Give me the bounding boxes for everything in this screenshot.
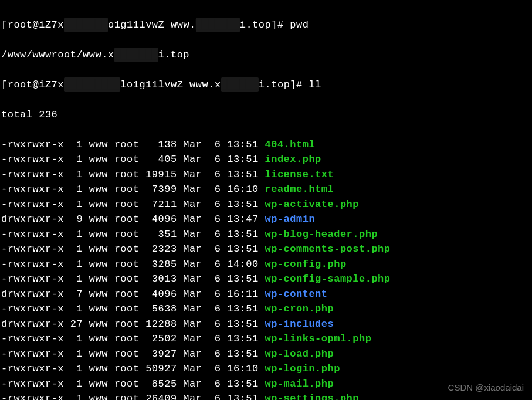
- filename: wp-cron.php: [265, 303, 334, 314]
- filename: wp-mail.php: [265, 378, 334, 389]
- filename: 404.html: [265, 139, 315, 150]
- filename: wp-settings.php: [265, 393, 359, 400]
- file-row: -rwxrwxr-x 1 www root 2502 Mar 6 13:51 w…: [1, 331, 531, 347]
- pwd-output: /www/wwwroot/www.x███████i.top: [1, 48, 531, 63]
- file-row: -rwxrwxr-x 1 www root 351 Mar 6 13:51 wp…: [1, 227, 531, 242]
- filename: wp-content: [265, 289, 327, 300]
- filename: wp-admin: [265, 213, 315, 225]
- filename: license.txt: [265, 169, 334, 180]
- file-row: -rwxrwxr-x 1 www root 7211 Mar 6 13:51 w…: [1, 197, 531, 212]
- file-row: -rwxrwxr-x 1 www root 50927 Mar 6 16:10 …: [1, 361, 531, 377]
- file-row: -rwxrwxr-x 1 www root 138 Mar 6 13:51 40…: [1, 137, 531, 152]
- file-row: -rwxrwxr-x 1 www root 19915 Mar 6 13:51 …: [1, 167, 531, 182]
- filename: readme.html: [265, 184, 334, 195]
- filename: wp-config.php: [265, 259, 346, 270]
- command-ll: ll: [309, 79, 321, 90]
- prompt-line-2: [root@iZ7x█████████lo1g11lvwZ www.x█████…: [1, 77, 531, 93]
- filename: wp-blog-header.php: [265, 229, 378, 240]
- file-row: -rwxrwxr-x 1 www root 3927 Mar 6 13:51 w…: [1, 347, 531, 362]
- filename: wp-comments-post.php: [265, 243, 390, 255]
- file-row: drwxrwxr-x 27 www root 12288 Mar 6 13:51…: [1, 317, 531, 332]
- filename: wp-login.php: [265, 363, 340, 374]
- filename: index.php: [265, 154, 321, 165]
- file-listing: -rwxrwxr-x 1 www root 138 Mar 6 13:51 40…: [1, 137, 531, 401]
- file-row: -rwxrwxr-x 1 www root 5638 Mar 6 13:51 w…: [1, 301, 531, 317]
- terminal-output[interactable]: [root@iZ7x███████o1g11lvwZ www.███████i.…: [1, 2, 531, 400]
- file-row: -rwxrwxr-x 1 www root 3285 Mar 6 14:00 w…: [1, 257, 531, 272]
- filename: wp-links-opml.php: [265, 333, 371, 344]
- filename: wp-activate.php: [265, 199, 359, 210]
- file-row: -rwxrwxr-x 1 www root 3013 Mar 6 13:51 w…: [1, 272, 531, 287]
- file-row: drwxrwxr-x 9 www root 4096 Mar 6 13:47 w…: [1, 212, 531, 227]
- file-row: -rwxrwxr-x 1 www root 2323 Mar 6 13:51 w…: [1, 242, 531, 257]
- file-row: -rwxrwxr-x 1 www root 405 Mar 6 13:51 in…: [1, 152, 531, 167]
- filename: wp-config-sample.php: [265, 273, 390, 284]
- filename: wp-load.php: [265, 348, 334, 360]
- command-pwd: pwd: [290, 19, 309, 30]
- total-line: total 236: [1, 107, 531, 123]
- prompt-line-1: [root@iZ7x███████o1g11lvwZ www.███████i.…: [1, 18, 531, 33]
- file-row: -rwxrwxr-x 1 www root 7399 Mar 6 16:10 r…: [1, 182, 531, 197]
- file-row: drwxrwxr-x 7 www root 4096 Mar 6 16:11 w…: [1, 287, 531, 302]
- watermark: CSDN @xiaodaidai: [448, 381, 524, 395]
- filename: wp-includes: [265, 318, 334, 330]
